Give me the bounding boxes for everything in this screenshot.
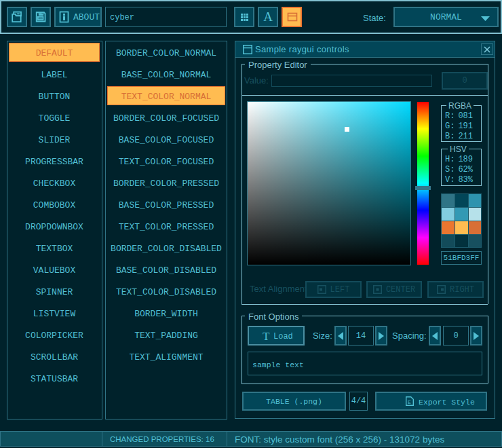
svg-text:E: E — [408, 399, 411, 405]
